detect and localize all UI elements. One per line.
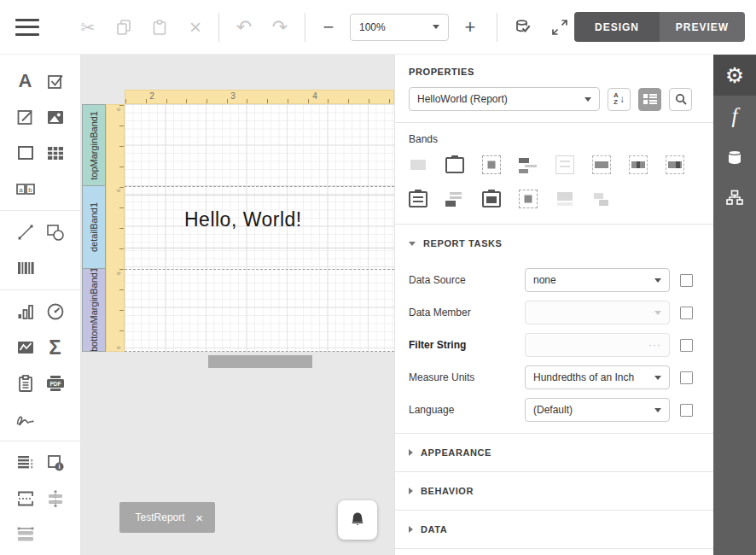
- data-member-checkbox[interactable]: [680, 307, 693, 319]
- language-dropdown[interactable]: (Default): [525, 398, 670, 422]
- band-icon-sub-band[interactable]: [555, 155, 574, 174]
- gauge-control-icon[interactable]: [44, 301, 67, 323]
- pdf-content-control-icon[interactable]: PDF: [44, 372, 67, 394]
- character-comb-control-icon[interactable]: ab: [15, 178, 37, 200]
- database-icon: [724, 147, 745, 167]
- expand-icon: [409, 488, 413, 494]
- ellipsis-icon: ···: [648, 339, 661, 351]
- section-appearance[interactable]: APPEARANCE: [395, 433, 713, 471]
- zoom-out-button[interactable]: −: [317, 16, 340, 38]
- dock-item-report-explorer[interactable]: [713, 178, 756, 219]
- svg-text:a: a: [19, 186, 23, 194]
- preview-tab-button[interactable]: PREVIEW: [660, 12, 745, 42]
- svg-text:i: i: [58, 463, 60, 470]
- hello-world-label[interactable]: Hello, World!: [184, 208, 302, 231]
- language-value: (Default): [533, 404, 573, 416]
- horizontal-scrollbar-thumb[interactable]: [208, 355, 312, 368]
- page-info-control-icon[interactable]: i: [44, 452, 67, 474]
- label-control-icon[interactable]: A: [15, 70, 37, 92]
- cross-band-line-control-icon[interactable]: [44, 488, 67, 510]
- band-icon-page-header[interactable]: [592, 155, 611, 174]
- cross-band-box-control-icon[interactable]: [15, 523, 37, 546]
- band-strip-top-margin[interactable]: topMarginBand1: [82, 104, 106, 186]
- checkbox-control-icon[interactable]: [44, 70, 67, 92]
- sigma-control-icon[interactable]: Σ: [44, 336, 67, 359]
- sparkline-control-icon[interactable]: [15, 336, 37, 359]
- section-behavior[interactable]: BEHAVIOR: [395, 471, 713, 510]
- table-control-icon[interactable]: [44, 142, 67, 164]
- picturebox-control-icon[interactable]: [44, 106, 67, 128]
- field-row-measure-units: Measure Units Hundredths of an Inch: [409, 361, 700, 394]
- band-label: bottomMarginBand1: [89, 269, 99, 352]
- close-icon[interactable]: ×: [195, 511, 203, 525]
- report-page-grid[interactable]: Hello, World!: [125, 104, 394, 352]
- paste-icon[interactable]: [148, 16, 171, 38]
- undo-icon[interactable]: ↶: [233, 16, 255, 38]
- dock-item-expressions[interactable]: f: [713, 96, 756, 137]
- category-view-icon: [643, 92, 657, 106]
- clipboard-control-icon[interactable]: [15, 372, 37, 394]
- data-member-dropdown[interactable]: [525, 301, 670, 324]
- filter-string-input[interactable]: ···: [525, 333, 670, 357]
- ruler-number: 4: [312, 91, 317, 101]
- cut-icon[interactable]: ✂: [77, 16, 99, 38]
- data-source-dropdown[interactable]: none: [525, 268, 670, 292]
- line-control-icon[interactable]: [15, 221, 37, 243]
- band-icon-top-margin[interactable]: [409, 155, 427, 174]
- band-strip-bottom-margin[interactable]: bottomMarginBand1: [82, 269, 106, 352]
- properties-title: PROPERTIES: [395, 55, 713, 87]
- dock-item-properties[interactable]: ⚙: [713, 55, 756, 96]
- notifications-button[interactable]: [338, 500, 377, 540]
- zoom-in-button[interactable]: +: [459, 16, 481, 38]
- band-icon-page-band[interactable]: [482, 191, 501, 207]
- search-properties-button[interactable]: [669, 88, 692, 111]
- band-icon-report-header[interactable]: [445, 157, 464, 173]
- language-checkbox[interactable]: [680, 404, 693, 417]
- band-icon-vertical-detail[interactable]: [592, 190, 611, 208]
- ruler-number: 3: [230, 91, 236, 101]
- chart-control-icon[interactable]: [15, 301, 37, 323]
- selected-element-dropdown[interactable]: HelloWorld (Report): [409, 87, 600, 111]
- zoom-level-select[interactable]: 100%: [350, 14, 449, 41]
- band-icon-detail-report[interactable]: [445, 190, 464, 208]
- section-data[interactable]: DATA: [395, 510, 713, 548]
- band-icon-group-header[interactable]: [482, 155, 501, 174]
- barcode-control-icon[interactable]: [15, 257, 37, 279]
- document-tab[interactable]: TestReport ×: [119, 502, 215, 533]
- validate-bindings-icon[interactable]: [513, 16, 535, 38]
- page-break-control-icon[interactable]: [15, 488, 37, 510]
- measure-units-dropdown[interactable]: Hundredths of an Inch: [525, 365, 670, 389]
- section-design[interactable]: DESIGN: [395, 548, 713, 555]
- band-icon-vertical-header[interactable]: [555, 190, 574, 208]
- band-icon-page-footer[interactable]: [629, 155, 648, 174]
- data-source-checkbox[interactable]: [680, 274, 693, 287]
- fullscreen-icon[interactable]: [549, 16, 571, 38]
- chevron-down-icon: [584, 97, 591, 102]
- richtext-control-icon[interactable]: [15, 106, 37, 128]
- band-icon-detail[interactable]: [519, 155, 538, 174]
- hamburger-menu-icon[interactable]: [15, 19, 39, 36]
- delete-icon[interactable]: ×: [184, 16, 206, 38]
- measure-units-checkbox[interactable]: [680, 371, 693, 384]
- category-view-button[interactable]: [638, 88, 661, 111]
- sort-alphabetical-button[interactable]: AZ↓: [608, 88, 631, 111]
- ruler-ticks: [125, 99, 393, 103]
- section-report-tasks[interactable]: REPORT TASKS: [395, 225, 713, 262]
- design-tab-button[interactable]: DESIGN: [574, 12, 660, 42]
- copy-icon[interactable]: [113, 16, 135, 38]
- band-boundary-dashed: [125, 269, 394, 270]
- dock-item-field-list[interactable]: [713, 137, 756, 178]
- signature-control-icon[interactable]: [15, 408, 37, 430]
- panel-control-icon[interactable]: [15, 142, 37, 164]
- filter-string-checkbox[interactable]: [680, 339, 693, 352]
- band-strip-detail[interactable]: detailBand1: [82, 186, 106, 269]
- document-tab-title: TestReport: [131, 511, 189, 523]
- band-icon-group-band[interactable]: [519, 190, 538, 208]
- shape-control-icon[interactable]: [44, 221, 67, 243]
- design-surface: 2 3 4 topMarginBand1 detailBand1 bottomM…: [81, 55, 394, 555]
- band-boundary-dashed: [125, 186, 394, 187]
- band-icon-group-footer[interactable]: [666, 155, 684, 174]
- band-icon-report-footer[interactable]: [409, 191, 427, 207]
- table-of-contents-control-icon[interactable]: [15, 452, 37, 474]
- redo-icon[interactable]: ↷: [269, 16, 291, 38]
